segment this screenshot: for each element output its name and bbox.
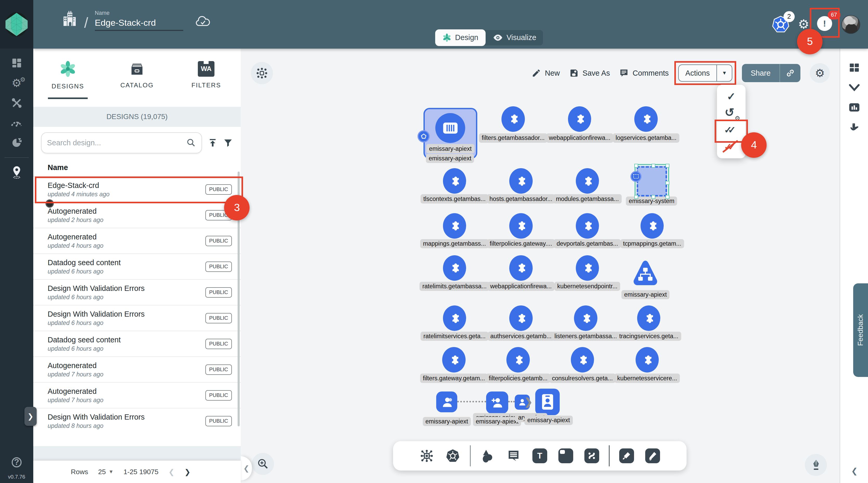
rows-per-page-select[interactable]: 25 ▼ (98, 468, 113, 476)
components-grid-icon[interactable] (840, 57, 868, 78)
connection-hub-tool[interactable] (418, 447, 436, 465)
tab-visualize[interactable]: Visualize (486, 29, 544, 46)
design-list-item[interactable]: Autogenerated updated 2 hours ago PUBLIC (33, 202, 241, 228)
prev-page-button[interactable]: ❮ (168, 467, 175, 476)
menu-item-validate[interactable]: ✓ (717, 88, 746, 105)
menu-item-deploy[interactable]: ✓✓ (717, 122, 746, 138)
component-node[interactable] (576, 213, 599, 239)
lifecycle-gears-icon[interactable]: ⚙⚙ (0, 73, 33, 93)
component-node[interactable] (641, 213, 664, 239)
comment-tool[interactable] (505, 447, 523, 465)
copy-link-icon[interactable] (780, 68, 801, 78)
search-design-box[interactable] (41, 132, 202, 153)
node-id-card[interactable] (535, 389, 560, 415)
component-node[interactable] (636, 347, 659, 372)
designs-flower-icon (59, 60, 77, 78)
note-tool[interactable] (557, 447, 575, 465)
design-list-item[interactable]: Design With Validation Errors updated 6 … (33, 279, 241, 305)
tab-designs[interactable]: DESIGNS (33, 49, 102, 107)
search-design-input[interactable] (47, 139, 186, 147)
component-node[interactable] (443, 213, 466, 239)
actions-caret-icon[interactable]: ▼ (717, 70, 732, 76)
dashboard-icon[interactable] (0, 53, 33, 73)
filter-funnel-icon[interactable] (223, 138, 233, 148)
component-node[interactable] (576, 255, 599, 281)
node-person-add[interactable] (486, 392, 508, 414)
share-button[interactable]: Share (742, 64, 801, 82)
new-button[interactable]: New (532, 68, 560, 78)
pagination-bar: Rows 25 ▼ 1-25 19075 ❮ ❯ (33, 461, 241, 483)
comments-button[interactable]: Comments (619, 68, 669, 78)
freehand-pen-tool[interactable] (644, 447, 661, 465)
node-emissary-apiext-triangle[interactable] (630, 259, 661, 288)
caret-down-icon: ▼ (108, 469, 114, 475)
extensions-icon[interactable] (0, 133, 33, 153)
component-label: kubernetesendpointr... (555, 282, 620, 291)
feedback-tab[interactable]: Feedback (853, 283, 868, 377)
canvas-layout-button[interactable] (251, 62, 273, 84)
save-as-button[interactable]: Save As (569, 68, 610, 78)
component-node[interactable] (571, 347, 594, 372)
pen-mode-button[interactable] (805, 454, 827, 476)
text-tool[interactable]: T (531, 447, 549, 465)
component-node[interactable] (509, 168, 532, 194)
analytics-icon[interactable] (840, 97, 868, 118)
design-canvas[interactable]: New Save As Comments Actions ▼ Share (241, 49, 840, 483)
design-list-item[interactable]: Datadog seed content updated 6 hours ago… (33, 331, 241, 356)
help-icon[interactable]: ? (12, 457, 22, 467)
node-people-group[interactable] (436, 392, 457, 413)
design-list-item[interactable]: Design With Validation Errors updated 8 … (33, 408, 241, 433)
tab-catalog[interactable]: CATALOG (102, 49, 172, 107)
organization-icon[interactable] (62, 10, 78, 27)
component-node[interactable] (443, 255, 466, 281)
toolkit-icon[interactable] (0, 93, 33, 113)
next-page-button[interactable]: ❯ (184, 467, 190, 476)
panel-expand-handle[interactable]: ❯ (25, 407, 37, 426)
design-list-item[interactable]: Datadog seed content updated 6 hours ago… (33, 253, 241, 279)
node-emissary-system[interactable] (637, 166, 667, 197)
component-node[interactable] (637, 305, 660, 331)
design-list-item[interactable]: Design With Validation Errors updated 6 … (33, 305, 241, 331)
canvas-settings-button[interactable]: ⚙ (810, 63, 830, 83)
component-label: mappings.getambass... (420, 239, 489, 248)
design-list-item[interactable]: Edge-Stack-crd updated 4 minutes ago PUB… (33, 176, 241, 202)
design-list-item[interactable]: Autogenerated updated 4 hours ago PUBLIC (33, 228, 241, 253)
import-design-icon[interactable] (208, 138, 218, 148)
zoom-in-button[interactable] (252, 453, 274, 475)
design-list-item[interactable]: Autogenerated updated 7 hours ago PUBLIC (33, 356, 241, 382)
tab-filters[interactable]: WA FILTERS (172, 49, 241, 107)
node-emissary-apiext-selected[interactable]: emissary-apiext (424, 108, 477, 159)
wide-chevron-icon[interactable] (840, 78, 868, 97)
user-avatar[interactable] (841, 15, 860, 34)
collapse-right-dock[interactable]: ❮ (840, 466, 868, 476)
design-list-item[interactable]: Autogenerated updated 7 hours ago PUBLIC (33, 382, 241, 408)
component-node[interactable] (568, 106, 591, 132)
meshery-logo[interactable] (0, 0, 33, 49)
performance-icon[interactable] (0, 113, 33, 133)
tab-design[interactable]: Design (435, 29, 486, 46)
kubernetes-context-button[interactable]: 2 (771, 15, 790, 34)
component-node[interactable] (443, 305, 466, 331)
design-name-input[interactable] (95, 18, 184, 31)
component-node[interactable] (509, 305, 532, 331)
component-node[interactable] (574, 305, 597, 331)
component-node[interactable] (634, 106, 657, 132)
location-pin-icon[interactable] (0, 162, 33, 182)
component-node[interactable] (443, 168, 466, 194)
component-node[interactable] (506, 347, 530, 372)
link-tool[interactable] (583, 447, 600, 465)
component-node[interactable] (442, 347, 465, 372)
edge-pen-tool[interactable] (618, 447, 636, 465)
kubernetes-tool[interactable] (444, 447, 462, 465)
collapse-panel-tab[interactable]: ❮ (241, 456, 252, 481)
pentagon-badge-icon[interactable] (417, 130, 430, 143)
component-node[interactable] (509, 213, 532, 239)
shapes-tool[interactable] (479, 447, 497, 465)
component-node[interactable] (501, 106, 525, 132)
actions-button[interactable]: Actions ▼ (678, 64, 733, 82)
component-node[interactable] (576, 168, 599, 194)
notifications-button[interactable]: ! 67 (817, 16, 834, 33)
component-node[interactable] (509, 255, 532, 281)
touch-hand-icon[interactable] (840, 117, 868, 137)
menu-item-update[interactable]: ↺⚙ (717, 105, 746, 121)
